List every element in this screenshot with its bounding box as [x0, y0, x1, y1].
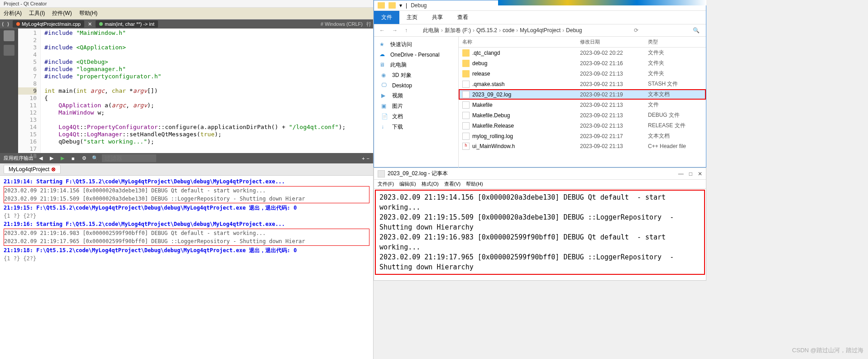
crumb[interactable]: MyLog4qtProject — [520, 27, 561, 34]
nav-icon: ▶ — [381, 92, 388, 100]
output-title: 应用程序输出 — [4, 155, 34, 162]
close-icon[interactable]: ⊗ — [51, 166, 56, 172]
sidenav-item[interactable]: ↓下载 — [374, 122, 458, 132]
file-row[interactable]: Makefile.Release2023-09-02 21:13RELEASE … — [459, 120, 706, 131]
output-pane[interactable]: 21:19:14: Starting F:\Qt5.15.2\code\MyLo… — [0, 176, 373, 302]
nav-back[interactable]: ⟨ — [2, 21, 4, 27]
tab-close[interactable]: ✕ — [88, 21, 92, 27]
notepad-content[interactable]: 2023.02.09 21:19:14.156 [0x0000020a3debe… — [375, 190, 705, 275]
file-row[interactable]: .qmake.stash2023-09-02 21:13STASH 文件 — [459, 79, 706, 89]
column-headers[interactable]: 名称 修改日期 类型 — [459, 37, 706, 48]
breadcrumb[interactable]: 此电脑›新加卷 (F:)›Qt5.15.2›code›MyLog4qtProje… — [423, 27, 582, 34]
func-tab[interactable]: main(int, char **) -> int — [96, 20, 158, 28]
col-type[interactable]: 类型 — [648, 38, 702, 45]
file-row[interactable]: release2023-09-02 21:13文件夹 — [459, 68, 706, 79]
file-explorer-window: ▾ | Debug 文件 主页 共享 查看 ← → ↑ 此电脑›新加卷 (F:)… — [374, 0, 706, 168]
file-row[interactable]: 2023_09_02.log2023-09-02 21:19文本文档 — [459, 89, 706, 100]
mode-edit-icon[interactable] — [4, 30, 14, 41]
refresh-icon[interactable]: ⟳ — [631, 26, 641, 34]
file-icon — [462, 81, 470, 88]
file-row[interactable]: debug2023-09-02 21:16文件夹 — [459, 58, 706, 68]
filter-input[interactable] — [102, 154, 156, 162]
output-add[interactable]: + — [362, 156, 364, 161]
file-icon — [462, 122, 470, 129]
nav-icon: ◉ — [381, 72, 388, 79]
maximize-icon[interactable]: □ — [689, 171, 692, 177]
crumb[interactable]: 新加卷 (F:) — [445, 27, 471, 34]
crumb[interactable]: Qt5.15.2 — [476, 27, 497, 34]
file-tab[interactable]: MyLog4qtProject/main.cpp — [13, 20, 84, 28]
tab-share[interactable]: 共享 — [425, 11, 450, 24]
overflow-icon[interactable]: ▾ — [399, 2, 402, 9]
close-icon[interactable]: ✕ — [698, 171, 702, 177]
menu-file[interactable]: 文件(F) — [378, 181, 394, 187]
menu-widgets[interactable]: 控件(W) — [52, 10, 72, 17]
col-date[interactable]: 修改日期 — [580, 38, 648, 45]
menu-analyze[interactable]: 分析(A) — [4, 10, 22, 17]
crumb[interactable]: 此电脑 — [423, 27, 439, 34]
menu-help[interactable]: 帮助(H) — [79, 10, 98, 17]
file-row[interactable]: Makefile2023-09-02 21:13文件 — [459, 100, 706, 110]
address-bar: ← → ↑ 此电脑›新加卷 (F:)›Qt5.15.2›code›MyLog4q… — [374, 24, 706, 37]
settings-icon[interactable]: ⚙ — [80, 155, 88, 162]
output-tab[interactable]: MyLog4qtProject ⊗ — [4, 165, 61, 174]
sidenav-item[interactable]: 📄文档 — [374, 111, 458, 122]
notepad-titlebar: 2023_09_02.log - 记事本 — □ ✕ — [374, 168, 706, 180]
folder-icon — [378, 2, 385, 9]
sidenav-item[interactable]: ▣图片 — [374, 101, 458, 111]
nav-icon: 📄 — [381, 113, 388, 120]
menu-help[interactable]: 帮助(H) — [466, 181, 483, 187]
folder-icon — [462, 60, 470, 67]
nav-back-icon[interactable]: ← — [378, 26, 387, 34]
nav-fwd-icon[interactable]: → — [390, 26, 399, 34]
sidenav-item[interactable]: ▶视频 — [374, 91, 458, 101]
explorer-sidenav: ★快速访问☁OneDrive - Personal🖥此电脑◉3D 对象🖵Desk… — [374, 37, 459, 168]
file-row[interactable]: .qtc_clangd2023-09-02 20:22文件夹 — [459, 48, 706, 58]
output-remove[interactable]: − — [367, 156, 369, 161]
watermark: CSDN @踏过山河，踏过海 — [792, 346, 863, 354]
menu-format[interactable]: 格式(O) — [422, 181, 439, 187]
run-button[interactable]: ▶ — [59, 155, 66, 162]
nav-fwd[interactable]: ⟩ — [7, 21, 9, 27]
notepad-window: 2023_09_02.log - 记事本 — □ ✕ 文件(F) 编辑(E) 格… — [374, 168, 706, 281]
code-editor[interactable]: 123456789101112131415161718 #include "Ma… — [0, 29, 373, 153]
line-gutter: 123456789101112131415161718 — [18, 29, 41, 153]
sidenav-item[interactable]: ★快速访问 — [374, 39, 458, 50]
code-area[interactable]: #include "MainWindow.h" #include <QAppli… — [41, 29, 373, 153]
file-row[interactable]: Makefile.Debug2023-09-02 21:13DEBUG 文件 — [459, 110, 706, 120]
nav-icon: ↓ — [381, 124, 388, 131]
tab-file[interactable]: 文件 — [374, 11, 399, 24]
menu-view[interactable]: 查看(V) — [444, 181, 461, 187]
sidenav-item[interactable]: 🖥此电脑 — [374, 60, 458, 70]
output-next[interactable]: ▶ — [48, 155, 55, 162]
file-icon — [462, 133, 470, 140]
mode-debug-icon[interactable] — [4, 45, 14, 56]
menu-tools[interactable]: 工具(I) — [29, 10, 45, 17]
stop-button[interactable]: ■ — [70, 155, 77, 162]
search-icon[interactable]: 🔍 — [690, 26, 702, 34]
col-name[interactable]: 名称 — [462, 38, 580, 45]
sidenav-item[interactable]: ◉3D 对象 — [374, 70, 458, 81]
sidenav-item[interactable]: ☁OneDrive - Personal — [374, 50, 458, 60]
nav-icon: ★ — [379, 41, 387, 48]
search-icon: 🔍 — [92, 155, 98, 161]
minimize-icon[interactable]: — — [678, 171, 684, 177]
file-row[interactable]: hui_MainWindow.h2023-09-02 21:13C++ Head… — [459, 141, 706, 151]
encoding-label[interactable]: # Windows (CRLF) — [321, 21, 363, 27]
menu-edit[interactable]: 编辑(E) — [399, 181, 416, 187]
tab-view[interactable]: 查看 — [450, 11, 475, 24]
explorer-title: Debug — [411, 2, 427, 9]
editor-tabbar: ⟨ ⟩ MyLog4qtProject/main.cpp ✕ main(int,… — [0, 19, 373, 29]
file-icon — [462, 91, 470, 98]
crumb[interactable]: code — [503, 27, 514, 34]
window-title: Project - Qt Creator — [0, 0, 373, 8]
crumb[interactable]: Debug — [566, 27, 582, 34]
nav-up-icon[interactable]: ↑ — [403, 26, 409, 34]
sidenav-item[interactable]: 🖵Desktop — [374, 81, 458, 91]
tab-home[interactable]: 主页 — [399, 11, 425, 24]
output-prev[interactable]: ◀ — [37, 155, 44, 162]
file-row[interactable]: mylog_rolling.log2023-09-02 21:17文本文档 — [459, 131, 706, 141]
folder-icon — [462, 49, 470, 57]
file-icon — [462, 101, 470, 109]
folder-icon — [388, 2, 396, 9]
